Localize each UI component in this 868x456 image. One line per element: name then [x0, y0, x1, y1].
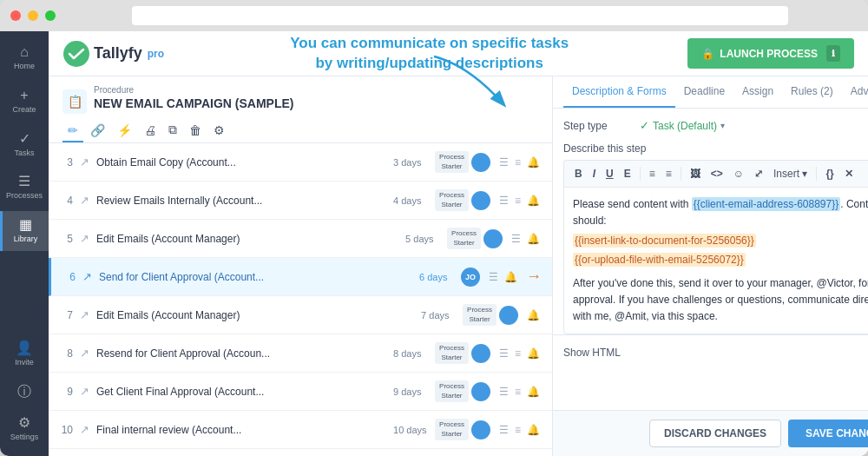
assignee-avatar [471, 382, 490, 401]
italic-button[interactable]: I [589, 166, 599, 182]
step-type-icon: ↗ [80, 423, 89, 436]
launch-process-button[interactable]: 🔒 LAUNCH PROCESS ℹ [687, 38, 854, 69]
step-row[interactable]: 8 ↗ Resend for Client Approval (Accoun..… [49, 334, 552, 373]
launch-info-icon[interactable]: ℹ [826, 45, 840, 62]
toolbar-copy-btn[interactable]: ⧉ [163, 119, 182, 142]
step-menu-icon[interactable]: ☰ [497, 422, 510, 438]
topbar-hint: You can communicate on specific tasks by… [181, 34, 677, 72]
html-button[interactable]: {} [822, 166, 837, 182]
tab-assign[interactable]: Assign [733, 76, 782, 108]
toolbar-settings-btn[interactable]: ⚙ [208, 120, 230, 142]
step-bell-icon[interactable]: 🔔 [525, 231, 542, 247]
step-bell-icon[interactable]: 🔔 [525, 346, 542, 361]
toolbar-lightning-btn[interactable]: ⚡ [112, 120, 137, 142]
step-menu-icon[interactable]: ☰ [497, 384, 510, 400]
step-list-icon[interactable]: ≡ [513, 193, 523, 208]
step-menu-icon[interactable]: ☰ [510, 231, 523, 247]
app-layout: ⌂ Home + Create ✓ Tasks ☰ Processes ▦ Li… [0, 31, 868, 456]
step-row[interactable]: 7 ↗ Edit Emails (Account Manager) 7 days… [49, 296, 552, 334]
tab-rules[interactable]: Rules (2) [782, 76, 842, 108]
editor-paragraph-1: Please send content with {{client-email-… [573, 196, 868, 229]
url-bar[interactable] [132, 6, 788, 25]
step-bell-icon[interactable]: 🔔 [525, 384, 542, 400]
sidebar-item-home[interactable]: ⌂ Home [0, 38, 49, 78]
logo: Tallyfy pro [62, 40, 164, 68]
expand-button[interactable]: ⤢ [751, 166, 766, 182]
chevron-down-icon: ▾ [720, 121, 725, 130]
editor-content[interactable]: Please send content with {{client-email-… [563, 187, 868, 334]
assignee-badge: ProcessStarter [435, 151, 469, 173]
step-row[interactable]: 3 ↗ Obtain Email Copy (Account... 3 days… [49, 143, 552, 182]
step-menu-icon[interactable]: ☰ [497, 346, 510, 361]
sidebar-item-invite[interactable]: 👤 Invite [0, 334, 49, 374]
maximize-button[interactable] [45, 10, 56, 21]
variable-upload-file: {{or-upload-file-with-email-5256072}} [573, 253, 746, 267]
step-assignee: ProcessStarter [435, 419, 490, 440]
underline-button[interactable]: U [602, 166, 617, 182]
show-html-toggle[interactable]: Show HTML [563, 347, 621, 359]
bold-button[interactable]: B [571, 166, 586, 182]
step-number: 10 [59, 424, 73, 436]
step-row-active[interactable]: 6 ↗ Send for Client Approval (Account...… [49, 258, 552, 296]
step-bell-icon[interactable]: 🔔 [525, 422, 542, 438]
step-days: 8 days [393, 348, 428, 359]
toolbar-print-btn[interactable]: 🖨 [139, 120, 161, 142]
minimize-button[interactable] [28, 10, 38, 21]
step-actions: ☰ ≡ 🔔 [497, 422, 542, 438]
sidebar-item-settings[interactable]: ⚙ Settings [0, 409, 49, 449]
code-button[interactable]: <> [707, 166, 727, 182]
content-area: 📋 Procedure NEW EMAIL CAMPAIGN (SAMPLE) … [49, 76, 868, 456]
step-bell-icon[interactable]: 🔔 [525, 155, 542, 170]
discard-changes-button[interactable]: DISCARD CHANGES [649, 420, 781, 447]
step-list-icon[interactable]: ≡ [513, 346, 523, 361]
step-row[interactable]: 11 ↗ Setup email in tool (Account... 11 … [49, 449, 552, 456]
close-editor-button[interactable]: ✕ [841, 166, 857, 182]
step-type-icon: ↗ [80, 308, 89, 321]
tab-description-forms[interactable]: Description & Forms [563, 76, 675, 108]
sidebar-item-info[interactable]: ⓘ [0, 378, 49, 406]
sidebar-item-library[interactable]: ▦ Library [0, 211, 49, 251]
step-assignee: ProcessStarter [435, 342, 490, 364]
lock-icon: 🔒 [701, 48, 714, 60]
step-row[interactable]: 9 ↗ Get Client Final Approval (Account..… [49, 373, 552, 411]
sidebar-item-create[interactable]: + Create [0, 82, 49, 122]
step-row[interactable]: 5 ↗ Edit Emails (Account Manager) 5 days… [49, 220, 552, 258]
step-actions: ☰ 🔔 [487, 269, 519, 285]
assignee-badge: ProcessStarter [435, 419, 469, 440]
step-list-icon[interactable]: ≡ [513, 155, 523, 170]
step-menu-icon[interactable]: ☰ [497, 155, 510, 170]
toolbar-link-btn[interactable]: 🔗 [85, 120, 110, 142]
close-button[interactable] [10, 10, 21, 21]
step-actions: ☰ ≡ 🔔 [497, 384, 542, 400]
step-bell-icon[interactable]: 🔔 [503, 269, 519, 285]
save-changes-button[interactable]: SAVE CHANGES [788, 420, 868, 447]
step-navigate-arrow[interactable]: → [526, 268, 542, 286]
step-bell-icon[interactable]: 🔔 [525, 307, 542, 323]
toolbar-delete-btn[interactable]: 🗑 [184, 120, 207, 142]
step-bell-icon[interactable]: 🔔 [525, 193, 542, 208]
tab-advanced[interactable]: Advanced [842, 76, 868, 108]
image-button[interactable]: 🖼 [687, 166, 704, 182]
sidebar-label-library: Library [14, 235, 38, 244]
step-menu-icon[interactable]: ☰ [487, 269, 500, 285]
step-row[interactable]: 10 ↗ Final internal review (Account... 1… [49, 411, 552, 449]
sidebar-item-tasks[interactable]: ✓ Tasks [0, 125, 49, 165]
step-number: 4 [59, 195, 73, 207]
list-ordered-button[interactable]: ≡ [646, 166, 659, 182]
step-list-icon[interactable]: ≡ [513, 384, 523, 400]
editor-paragraph-3: {{or-upload-file-with-email-5256072}} [573, 252, 868, 268]
step-row[interactable]: 4 ↗ Review Emails Internally (Account...… [49, 182, 552, 220]
insert-button[interactable]: Insert ▾ [770, 166, 811, 182]
process-view: 📋 Procedure NEW EMAIL CAMPAIGN (SAMPLE) … [49, 76, 552, 456]
list-bullet-button[interactable]: ≡ [662, 166, 675, 182]
toolbar-edit-btn[interactable]: ✏ [62, 120, 83, 142]
step-name: Get Client Final Approval (Account... [96, 386, 386, 398]
tab-deadline[interactable]: Deadline [675, 76, 733, 108]
align-button[interactable]: E [621, 166, 635, 182]
step-menu-icon[interactable]: ☰ [497, 193, 510, 208]
sidebar-item-processes[interactable]: ☰ Processes [0, 168, 49, 208]
editor-paragraph-2: {{insert-link-to-document-for-5256056}} [573, 233, 868, 249]
sidebar-label-processes: Processes [6, 191, 43, 201]
emoji-button[interactable]: ☺ [730, 166, 747, 182]
step-list-icon[interactable]: ≡ [513, 422, 523, 438]
